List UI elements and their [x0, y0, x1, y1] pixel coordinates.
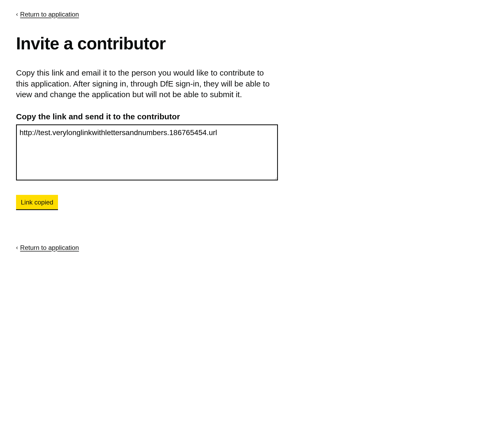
link-textarea[interactable] [16, 124, 278, 180]
chevron-left-icon: ‹ [16, 244, 18, 251]
back-link-bottom[interactable]: ‹ Return to application [16, 244, 79, 251]
back-link-label: Return to application [20, 244, 79, 251]
link-field-label: Copy the link and send it to the contrib… [16, 112, 488, 121]
page-title: Invite a contributor [16, 34, 488, 53]
back-link-label: Return to application [20, 11, 79, 18]
chevron-left-icon: ‹ [16, 11, 18, 18]
copy-link-button[interactable]: Link copied [16, 195, 58, 209]
page-description: Copy this link and email it to the perso… [16, 68, 278, 100]
back-link-top[interactable]: ‹ Return to application [16, 11, 79, 18]
